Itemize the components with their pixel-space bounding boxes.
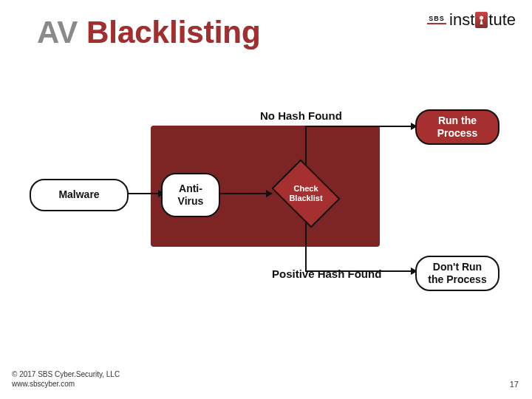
- connector: [305, 126, 307, 167]
- slide: AV Blacklisting AV Blacklisting SBS inst…: [0, 0, 532, 399]
- node-label: Malware: [58, 188, 99, 202]
- institute-wordmark: inst tute: [449, 12, 516, 28]
- connector: [219, 193, 269, 194]
- connector: [305, 220, 307, 272]
- inst-pre: inst: [449, 12, 474, 28]
- page-title: AV Blacklisting AV Blacklisting: [37, 15, 261, 50]
- svg-marker-1: [480, 18, 483, 24]
- sbs-badge: SBS: [427, 16, 446, 24]
- inst-post: tute: [488, 12, 516, 28]
- page-number: 17: [510, 380, 519, 389]
- node-malware: Malware: [30, 179, 129, 211]
- keyhole-icon: [475, 12, 488, 28]
- footer-url: www.sbscyber.com: [12, 379, 120, 389]
- branch-label-no-hash: No Hash Found: [260, 109, 342, 122]
- node-label: Anti- Virus: [178, 183, 204, 208]
- node-dont-run-process: Don't Run the Process: [415, 256, 499, 291]
- branch-label-positive-hash: Positive Hash Found: [272, 267, 381, 280]
- sbs-text: SBS: [429, 16, 445, 22]
- sbs-underline: [427, 23, 446, 24]
- node-label: Don't Run the Process: [428, 261, 486, 287]
- sbs-institute-logo: SBS inst tute: [427, 12, 516, 28]
- connector: [127, 193, 161, 194]
- node-label: Check Blacklist: [267, 166, 344, 221]
- node-check-blacklist: Check Blacklist: [267, 166, 344, 221]
- footer-copyright: © 2017 SBS Cyber.Security, LLC: [12, 369, 120, 379]
- node-label: Run the Process: [437, 115, 477, 140]
- node-antivirus: Anti- Virus: [161, 173, 220, 217]
- node-run-process: Run the Process: [415, 109, 499, 145]
- footer: © 2017 SBS Cyber.Security, LLC www.sbscy…: [12, 369, 120, 389]
- connector: [305, 126, 414, 127]
